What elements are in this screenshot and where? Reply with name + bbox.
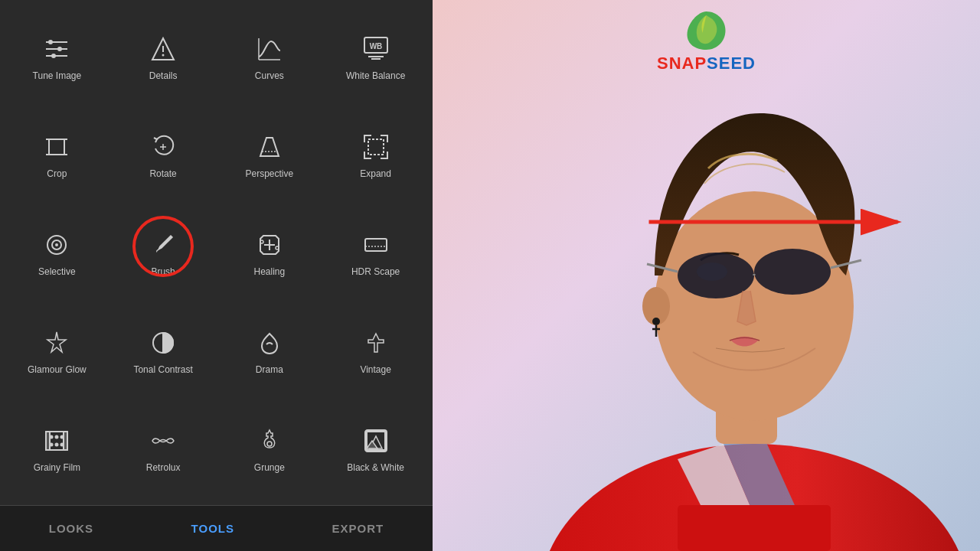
grainy-film-icon xyxy=(40,424,74,458)
selective-label: Selective xyxy=(38,266,76,277)
healing-label: Healing xyxy=(254,266,286,277)
details-label: Details xyxy=(149,70,178,81)
tool-glamour-glow[interactable]: Glamour Glow xyxy=(4,302,110,399)
retrolux-icon xyxy=(146,424,180,458)
hdr-scape-label: HDR Scape xyxy=(351,266,400,277)
svg-rect-37 xyxy=(64,432,67,450)
tool-expand[interactable]: Expand xyxy=(322,106,429,204)
perspective-label: Perspective xyxy=(246,168,294,179)
svg-point-62 xyxy=(697,262,727,281)
grunge-icon xyxy=(253,424,286,458)
rotate-icon xyxy=(146,130,180,164)
svg-text:WB: WB xyxy=(369,42,382,51)
svg-point-5 xyxy=(51,54,56,58)
svg-point-39 xyxy=(56,435,58,438)
glamour-glow-icon xyxy=(40,326,74,360)
tool-perspective[interactable]: Perspective xyxy=(217,106,323,204)
nav-export[interactable]: EXPORT xyxy=(332,522,384,535)
brush-label: Brush xyxy=(151,266,175,277)
retrolux-label: Retrolux xyxy=(146,462,181,473)
svg-point-8 xyxy=(162,54,165,56)
tool-grainy-film[interactable]: Grainy Film xyxy=(4,399,110,497)
hdr-scape-icon xyxy=(359,228,393,262)
svg-point-4 xyxy=(57,47,62,51)
snap-text: SNAP xyxy=(657,54,707,73)
brush-icon xyxy=(146,228,180,262)
bottom-navigation: LOOKS TOOLS EXPORT xyxy=(0,505,433,551)
tool-crop[interactable]: Crop xyxy=(4,106,110,204)
glamour-glow-label: Glamour Glow xyxy=(28,364,87,375)
tool-tune-image[interactable]: Tune Image xyxy=(4,8,110,106)
black-white-label: Black & White xyxy=(347,462,404,473)
crop-icon xyxy=(40,130,74,164)
white-balance-label: White Balance xyxy=(346,70,405,81)
healing-icon xyxy=(253,228,286,262)
snapseed-logo: SNAPSEED xyxy=(657,8,756,73)
svg-point-56 xyxy=(652,318,660,325)
svg-rect-24 xyxy=(368,139,384,155)
nav-tools[interactable]: TOOLS xyxy=(191,522,234,535)
svg-point-3 xyxy=(48,40,53,44)
white-balance-icon: WB xyxy=(359,32,393,66)
svg-rect-52 xyxy=(678,505,831,551)
svg-point-40 xyxy=(61,435,64,438)
svg-marker-22 xyxy=(260,138,279,156)
tool-brush[interactable]: Brush xyxy=(110,204,217,302)
snapseed-logo-icon xyxy=(683,8,729,54)
vintage-icon xyxy=(359,326,393,360)
svg-point-42 xyxy=(56,443,58,445)
svg-point-60 xyxy=(754,249,831,295)
tool-white-balance[interactable]: WB White Balance xyxy=(322,8,429,106)
tools-grid: Tune Image Details Curves xyxy=(0,0,433,505)
svg-rect-36 xyxy=(46,432,50,450)
grunge-label: Grunge xyxy=(254,462,285,473)
curves-label: Curves xyxy=(255,70,284,81)
svg-point-41 xyxy=(51,443,53,445)
tool-details[interactable]: Details xyxy=(110,8,217,106)
expand-label: Expand xyxy=(360,168,391,179)
tool-grunge[interactable]: Grunge xyxy=(217,399,323,497)
vintage-label: Vintage xyxy=(360,364,390,375)
svg-point-38 xyxy=(51,435,53,438)
tool-retrolux[interactable]: Retrolux xyxy=(110,399,217,497)
seed-text: SEED xyxy=(707,54,756,73)
tool-curves[interactable]: Curves xyxy=(217,8,323,106)
perspective-icon xyxy=(253,130,286,164)
tune-image-label: Tune Image xyxy=(33,70,82,81)
tool-drama[interactable]: Drama xyxy=(217,302,323,399)
svg-point-43 xyxy=(61,443,64,445)
svg-marker-47 xyxy=(367,441,377,448)
tool-selective[interactable]: Selective xyxy=(4,204,110,302)
svg-rect-32 xyxy=(365,239,387,251)
tool-rotate[interactable]: Rotate xyxy=(110,106,217,204)
drama-icon xyxy=(253,326,286,360)
tool-black-white[interactable]: Black & White xyxy=(322,399,429,497)
person-photo xyxy=(433,0,980,551)
crop-label: Crop xyxy=(47,168,67,179)
right-panel: SNAPSEED xyxy=(433,0,980,551)
drama-label: Drama xyxy=(256,364,283,375)
tool-healing[interactable]: Healing xyxy=(217,204,323,302)
snapseed-text: SNAPSEED xyxy=(657,54,756,73)
svg-point-44 xyxy=(267,442,272,446)
curves-icon xyxy=(253,32,286,66)
tool-hdr-scape[interactable]: HDR Scape xyxy=(322,204,429,302)
tonal-contrast-icon xyxy=(146,326,180,360)
tune-image-icon xyxy=(40,32,74,66)
tonal-contrast-label: Tonal Contrast xyxy=(133,364,192,375)
tool-vintage[interactable]: Vintage xyxy=(322,302,429,399)
nav-looks[interactable]: LOOKS xyxy=(49,522,93,535)
grainy-film-label: Grainy Film xyxy=(34,462,80,473)
selective-icon xyxy=(40,228,74,262)
rotate-label: Rotate xyxy=(149,168,176,179)
svg-point-27 xyxy=(55,243,58,246)
details-icon xyxy=(146,32,180,66)
tool-tonal-contrast[interactable]: Tonal Contrast xyxy=(110,302,217,399)
left-panel: Tune Image Details Curves xyxy=(0,0,433,551)
svg-rect-15 xyxy=(49,139,64,155)
svg-point-31 xyxy=(276,246,279,249)
black-white-icon xyxy=(359,424,393,458)
svg-point-30 xyxy=(260,240,263,243)
expand-icon xyxy=(359,130,393,164)
